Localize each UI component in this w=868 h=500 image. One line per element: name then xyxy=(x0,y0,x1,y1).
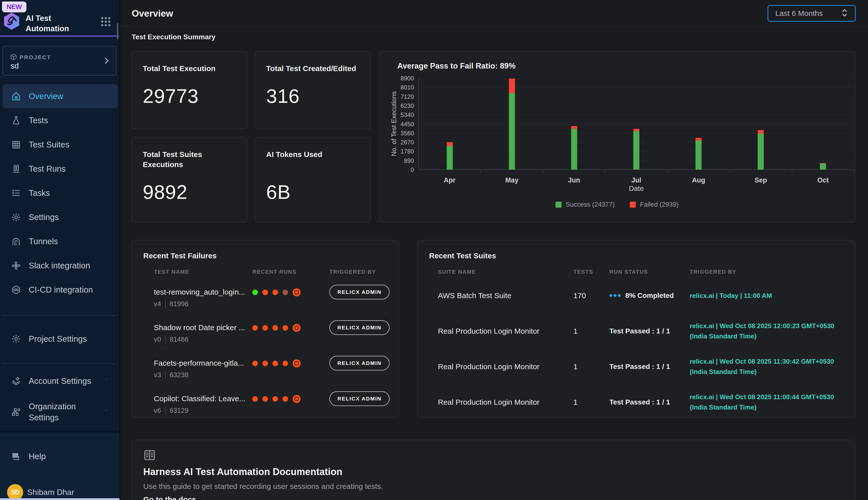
suite-row[interactable]: AWS Batch Test Suite1708% Completedrelic… xyxy=(418,278,855,313)
recent-runs-dots xyxy=(252,359,301,367)
run-status-dot-failed[interactable] xyxy=(272,289,278,295)
run-status-dot-current[interactable] xyxy=(293,288,301,296)
suite-name-link[interactable]: Real Production Login Monitor xyxy=(438,362,540,371)
sidebar-item-help[interactable]: ?Help xyxy=(2,444,117,468)
run-status-dot-failed[interactable] xyxy=(272,325,278,331)
user-name[interactable]: Shibam Dhar xyxy=(27,488,74,497)
run-status-dot-current[interactable] xyxy=(293,324,301,332)
failure-row[interactable]: Copilot: Classified: Leave...v663129RELI… xyxy=(132,384,399,418)
run-status-dot-failed[interactable] xyxy=(262,325,268,331)
info-icon[interactable] xyxy=(102,376,110,386)
run-status-dot-passed[interactable] xyxy=(252,289,258,295)
stat-value: 316 xyxy=(266,85,359,107)
flask-icon xyxy=(11,115,21,125)
triggered-by-pill[interactable]: RELICX ADMIN xyxy=(329,356,389,371)
sidebar-item-overview[interactable]: Overview xyxy=(2,84,118,109)
run-status-dot-failed[interactable] xyxy=(262,289,268,295)
run-status-dot-failed[interactable] xyxy=(272,361,278,366)
success-segment xyxy=(509,93,515,170)
slack-icon xyxy=(11,261,21,271)
run-status-dot-failed[interactable] xyxy=(283,325,288,331)
triggered-by-timestamp[interactable]: relicx.ai | Wed Oct 08 2025 11:00:44 GMT… xyxy=(690,392,834,412)
timestamp-line: relicx.ai | Today | 11:00 AM xyxy=(690,290,772,301)
failed-segment xyxy=(571,126,577,129)
suite-name-link[interactable]: Real Production Login Monitor xyxy=(438,398,540,407)
y-tick-label: 1780 xyxy=(386,148,414,155)
run-status-dot-failed[interactable] xyxy=(272,396,278,402)
sidebar-item-slack-integration[interactable]: Slack integration xyxy=(2,253,118,278)
run-status-dot-failed[interactable] xyxy=(262,396,268,402)
triggered-by-pill[interactable]: RELICX ADMIN xyxy=(329,391,389,406)
stacked-bar-oct[interactable] xyxy=(820,163,826,170)
suite-row[interactable]: Real Production Login Monitor1Test Passe… xyxy=(418,349,855,384)
sidebar-item-tasks[interactable]: Tasks xyxy=(2,181,118,205)
legend-swatch xyxy=(630,202,636,208)
sidebar-item-tests[interactable]: Tests xyxy=(2,109,118,133)
test-name-link[interactable]: Shadow root Date picker ... xyxy=(154,323,245,332)
stacked-bar-apr[interactable] xyxy=(447,142,453,170)
stacked-bar-jun[interactable] xyxy=(571,126,577,170)
sidebar-item-test-suites[interactable]: Test Suites xyxy=(2,133,118,157)
sidebar-item-label: Slack integration xyxy=(29,261,90,270)
stacked-bar-jul[interactable] xyxy=(633,129,640,170)
triggered-by-timestamp[interactable]: relicx.ai | Wed Oct 08 2025 11:30:42 GMT… xyxy=(690,356,834,377)
sidebar-item-tunnels[interactable]: Tunnels xyxy=(2,229,118,253)
triggered-by-pill[interactable]: RELICX ADMIN xyxy=(329,285,389,299)
avatar[interactable]: SD xyxy=(7,484,23,500)
apps-waffle-icon[interactable] xyxy=(100,16,112,28)
suite-row[interactable]: Real Production Login Monitor1Test Passe… xyxy=(418,384,855,418)
x-tick xyxy=(667,170,668,173)
stat-label: AI Tokens Used xyxy=(266,149,359,160)
sidebar-scrollbar[interactable] xyxy=(117,23,118,39)
run-status-dot-aborted[interactable] xyxy=(283,289,288,295)
sidebar-item-label: Project Settings xyxy=(29,334,87,344)
y-tick-label: 6230 xyxy=(386,102,414,109)
y-tick-label: 2670 xyxy=(386,139,414,146)
project-selector[interactable]: PROJECT sd xyxy=(2,46,116,76)
suite-row[interactable]: Real Production Login Monitor1Test Passe… xyxy=(418,313,855,349)
sidebar-item-ci-cd-integration[interactable]: CI-CD integration xyxy=(2,278,118,302)
y-tick-label: 5340 xyxy=(386,111,414,118)
run-status-cell: 8% Completed xyxy=(609,292,674,300)
suite-name-link[interactable]: Real Production Login Monitor xyxy=(438,327,540,336)
failure-row[interactable]: test-removing_auto_login...v481996RELICX… xyxy=(132,278,399,313)
run-status-dot-failed[interactable] xyxy=(252,325,258,331)
run-status-dot-failed[interactable] xyxy=(283,396,288,402)
failure-row[interactable]: Shadow root Date picker ...v081466RELICX… xyxy=(132,313,399,349)
meta-divider xyxy=(165,300,166,308)
test-name-link[interactable]: Facets-performance-gitla... xyxy=(154,359,244,367)
triggered-by-pill[interactable]: RELICX ADMIN xyxy=(329,320,389,335)
test-name-link[interactable]: Copilot: Classified: Leave... xyxy=(154,395,246,403)
sidebar-item-organization-settings[interactable]: Organization Settings xyxy=(2,393,118,431)
time-filter-select[interactable]: Last 6 Months xyxy=(767,5,856,22)
run-status-dot-failed[interactable] xyxy=(262,361,268,366)
stacked-bar-aug[interactable] xyxy=(695,138,702,170)
go-to-docs-link[interactable]: Go to the docs → xyxy=(143,495,206,500)
sidebar-item-account-settings[interactable]: Account Settings xyxy=(2,369,118,393)
triggered-by-timestamp[interactable]: relicx.ai | Today | 11:00 AM xyxy=(690,290,772,301)
test-version-run-id: v081466 xyxy=(154,336,189,343)
stacked-bar-may[interactable] xyxy=(509,79,515,170)
time-filter-value: Last 6 Months xyxy=(775,9,840,18)
legend-item-failed[interactable]: Failed (2939) xyxy=(630,201,678,208)
info-icon[interactable] xyxy=(102,408,110,417)
run-status-dot-failed[interactable] xyxy=(252,361,258,366)
y-tick-label: 0 xyxy=(386,166,414,173)
x-tick-label: Apr xyxy=(444,177,456,184)
failure-row[interactable]: Facets-performance-gitla...v363238RELICX… xyxy=(132,349,399,384)
runs-icon xyxy=(11,164,21,174)
sidebar-project-nav: Project Settings xyxy=(0,327,120,351)
success-segment xyxy=(633,131,640,170)
triggered-by-timestamp[interactable]: relicx.ai | Wed Oct 08 2025 12:00:23 GMT… xyxy=(690,321,834,341)
legend-item-success[interactable]: Success (24377) xyxy=(555,201,615,208)
test-name-link[interactable]: test-removing_auto_login... xyxy=(154,288,245,296)
stacked-bar-sep[interactable] xyxy=(758,130,764,170)
run-status-dot-current[interactable] xyxy=(293,359,301,367)
run-status-dot-failed[interactable] xyxy=(252,396,258,402)
sidebar-item-settings[interactable]: Settings xyxy=(2,205,118,229)
sidebar-item-project-settings[interactable]: Project Settings xyxy=(2,327,118,351)
run-status-dot-current[interactable] xyxy=(293,395,301,403)
suite-name-link[interactable]: AWS Batch Test Suite xyxy=(438,291,512,300)
run-status-dot-failed[interactable] xyxy=(283,361,288,366)
sidebar-item-test-runs[interactable]: Test Runs xyxy=(2,157,118,181)
